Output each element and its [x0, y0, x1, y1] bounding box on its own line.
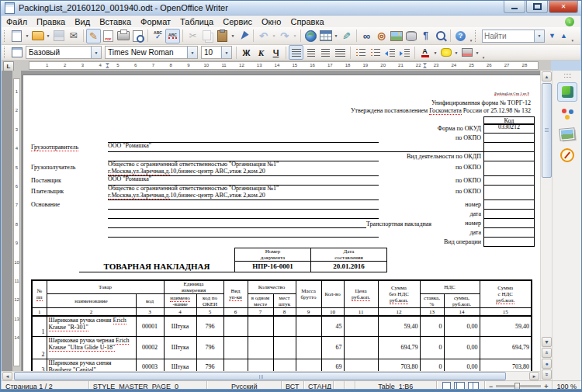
- header-kolvo[interactable]: Кол-во: [321, 280, 344, 308]
- doc-date-header[interactable]: Дата составления: [311, 248, 387, 262]
- email-button[interactable]: ✉: [66, 29, 81, 43]
- paragraph-style-combo[interactable]: Базовый ▼: [26, 46, 102, 59]
- align-left-button[interactable]: [289, 45, 303, 60]
- consignee-value[interactable]: Общество с ограниченной ответственностью…: [108, 161, 379, 176]
- header-okei[interactable]: код по ОКЕИ: [196, 294, 223, 308]
- cell-code[interactable]: 00002: [136, 336, 164, 359]
- doc-date-value[interactable]: 20.01.2016: [311, 262, 387, 272]
- minimize-button[interactable]: [504, 1, 525, 13]
- status-page[interactable]: Страница 1 / 2: [2, 381, 89, 391]
- font-name-combo[interactable]: Times New Roman ▼: [105, 46, 198, 59]
- scroll-up-button[interactable]: ▲: [542, 71, 552, 82]
- cell-n[interactable]: 1: [32, 316, 47, 336]
- header-unit[interactable]: Единица измерения: [164, 280, 223, 294]
- single-page-view-button[interactable]: [442, 382, 451, 391]
- new-document-dropdown[interactable]: ▼: [24, 29, 30, 43]
- auto-spellcheck-button[interactable]: ABC: [165, 29, 180, 43]
- header-mest[interactable]: мест штук: [273, 294, 296, 308]
- align-right-button[interactable]: [318, 45, 333, 60]
- cell-nds[interactable]: 0,00: [444, 316, 480, 336]
- previous-page-button[interactable]: «: [542, 348, 552, 358]
- cell-price[interactable]: [344, 336, 378, 359]
- cell-rate[interactable]: 0: [420, 316, 444, 336]
- cell-price[interactable]: [344, 359, 378, 371]
- menu-item[interactable]: Файл: [2, 17, 32, 26]
- document-page[interactable]: PackingList Стр 1 из 9 Унифицированная ф…: [23, 75, 540, 371]
- table-dropdown[interactable]: ▼: [333, 29, 339, 43]
- undo-button[interactable]: ↶: [256, 29, 271, 43]
- document-workspace[interactable]: 1234567891011121314 PackingList Стр 1 из…: [2, 71, 540, 371]
- find-input[interactable]: [483, 32, 534, 40]
- redo-dropdown[interactable]: ▼: [292, 29, 298, 43]
- find-previous-button[interactable]: ▲: [560, 32, 567, 40]
- open-dropdown[interactable]: ▼: [45, 29, 51, 43]
- open-button[interactable]: [30, 29, 45, 43]
- cell-mest[interactable]: [273, 336, 296, 359]
- cell-name[interactable]: Шариковая ручка черная Erich Krause "Ult…: [47, 336, 136, 359]
- cell-code[interactable]: 00003: [136, 359, 164, 371]
- okpo-box[interactable]: [483, 161, 535, 176]
- cell-qty[interactable]: 67: [321, 336, 344, 359]
- cell-total[interactable]: 59,40: [480, 316, 532, 336]
- font-size-combo[interactable]: 10 ▼: [201, 46, 232, 59]
- font-combo-arrow[interactable]: ▼: [187, 47, 197, 58]
- header-nds-sum[interactable]: сумма,руб.коп.: [444, 294, 480, 308]
- size-combo-arrow[interactable]: ▼: [221, 47, 231, 58]
- italic-button[interactable]: К: [254, 45, 268, 60]
- menu-item[interactable]: Вид: [70, 17, 95, 26]
- header-code[interactable]: код: [136, 294, 164, 308]
- print-button[interactable]: [116, 29, 130, 43]
- new-document-button[interactable]: [9, 29, 24, 43]
- underline-button[interactable]: Ч: [268, 45, 283, 60]
- cell-unit[interactable]: Штука: [164, 336, 196, 359]
- cell-vid[interactable]: [223, 316, 248, 336]
- zoom-button[interactable]: [433, 29, 448, 43]
- header-tovar[interactable]: Товар: [47, 280, 164, 294]
- status-language[interactable]: Русский: [207, 381, 282, 391]
- payer-value[interactable]: Общество с ограниченной ответственностью…: [108, 186, 379, 200]
- vertical-scroll-thumb[interactable]: [542, 83, 552, 178]
- book-view-button[interactable]: [468, 382, 479, 391]
- status-insert-mode[interactable]: ВСТ: [282, 381, 304, 391]
- header-nds[interactable]: НДС: [420, 280, 480, 294]
- cell-total[interactable]: 703,80: [480, 359, 532, 371]
- find-toolbar-overflow[interactable]: ▾: [570, 29, 576, 43]
- okpo-box[interactable]: [483, 185, 535, 200]
- cell-rate[interactable]: 0: [420, 336, 444, 359]
- update-available-icon[interactable]: ↓: [565, 17, 574, 26]
- close-button[interactable]: ✕: [549, 1, 578, 13]
- bullet-list-button[interactable]: [368, 45, 383, 60]
- cell-nds[interactable]: 0,00: [444, 336, 480, 359]
- gallery-button[interactable]: [389, 29, 404, 43]
- redo-button[interactable]: ↷: [277, 29, 292, 43]
- background-color-dropdown[interactable]: ▼: [474, 46, 480, 60]
- plugin-gallery-button[interactable]: [557, 124, 577, 144]
- draw-functions-button[interactable]: ✎: [339, 29, 354, 43]
- cell-vid[interactable]: [223, 336, 248, 359]
- next-page-button[interactable]: »: [542, 369, 552, 380]
- shipper-value[interactable]: ООО "Ромашка": [108, 143, 483, 152]
- doc-number-value[interactable]: НПР-16-0001: [235, 262, 311, 272]
- navigator-button[interactable]: ◎: [374, 29, 389, 43]
- header-price[interactable]: Ценаруб.коп.: [344, 280, 378, 308]
- multi-page-view-button[interactable]: [456, 382, 465, 391]
- cell-name[interactable]: Шариковая ручка синяя Erich Krause "R-30…: [47, 316, 136, 336]
- doc-number-header[interactable]: Номер документа: [235, 248, 311, 262]
- cell-n[interactable]: 2: [32, 336, 47, 359]
- cell-okei[interactable]: 796: [196, 336, 223, 359]
- cell-unit[interactable]: Штука: [164, 359, 196, 371]
- toolbar-overflow-button[interactable]: ▾: [480, 46, 487, 60]
- bold-button[interactable]: Ж: [239, 45, 254, 60]
- cell-okei[interactable]: 796: [196, 359, 223, 371]
- header-name[interactable]: наименование: [47, 294, 136, 308]
- status-zoom-value[interactable]: 100 %: [553, 381, 580, 391]
- plugin-share-button[interactable]: [557, 103, 577, 123]
- menu-item[interactable]: Справка: [286, 17, 328, 26]
- cell-sum[interactable]: 694,79: [378, 336, 420, 359]
- font-color-button[interactable]: A: [417, 45, 432, 60]
- find-dropdown[interactable]: ▼: [534, 30, 544, 42]
- header-sum[interactable]: Сумма без НДСруб.коп.: [378, 280, 420, 308]
- header-qty[interactable]: Количество: [248, 280, 296, 294]
- cell-name[interactable]: Шариковая ручка синяя Brauberg "Capital": [47, 359, 136, 371]
- header-in-one[interactable]: в одном месте: [248, 294, 273, 308]
